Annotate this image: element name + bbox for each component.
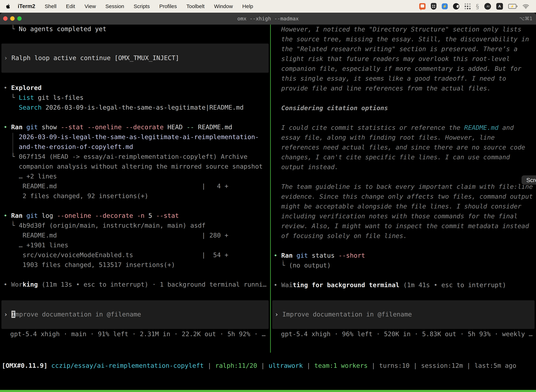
- term-line: 2026-03-09-is-legal-the-same-as-legitima…: [4, 132, 267, 142]
- term-line: and-the-erosion-of-copyleft.md: [4, 142, 267, 152]
- dots-grid-icon[interactable]: [464, 3, 471, 9]
- term-line: • Waiting for background terminal (1m 41…: [274, 280, 533, 290]
- menu-item-shell[interactable]: Shell: [40, 3, 61, 9]
- omx-status-bar: [OMX#0.11.9] cczip/essay/ai-reimplementa…: [2, 361, 516, 371]
- tmux-session-label: [omx-cczip0:bash*: [1, 390, 66, 392]
- term-line: companion analysis without altering the …: [4, 162, 267, 171]
- apple-menu[interactable]: [6, 4, 10, 9]
- term-line: … +2 lines: [4, 171, 267, 181]
- pane-divider[interactable]: [270, 25, 271, 353]
- ralph-loop-box[interactable]: › Ralph loop active continue [OMX_TMUX_I…: [1, 44, 269, 73]
- iterm2-window: omx --xhigh --madmax ⌥⌘1 └ No agents com…: [0, 13, 536, 388]
- window-title-bar: omx --xhigh --madmax ⌥⌘1: [0, 13, 536, 25]
- term-line: 1903 files changed, 513517 insertions(+): [4, 260, 267, 270]
- term-line: › Improve documentation in @filename: [4, 309, 269, 319]
- term-line: • Ran git show --stat --oneline --decora…: [4, 122, 267, 132]
- term-line: Search 2026-03-09-is-legal-the-same-as-l…: [4, 103, 267, 112]
- chat-bubble-icon[interactable]: [419, 3, 426, 9]
- menu-items: iTerm2ShellEditViewSessionScriptsProfile…: [13, 3, 258, 9]
- left-status-line: gpt-5.4 xhigh · main · 91% left · 2.31M …: [10, 329, 266, 339]
- menu-item-view[interactable]: View: [80, 3, 100, 9]
- term-line: slight risk that future readers may over…: [274, 54, 533, 64]
- term-line: README.md | 4 +: [4, 181, 267, 191]
- term-line: review. Also, I might want to inspect th…: [274, 221, 533, 231]
- tmux-host-clock: "MacBook-Pro-44.local" 04:52 31-Mar-26: [390, 390, 535, 392]
- tree-guide: [13, 133, 13, 153]
- menu-item-toolbelt[interactable]: Toolbelt: [182, 3, 209, 9]
- term-line: › Improve documentation in @filename: [275, 309, 535, 319]
- term-line: … +1901 lines: [4, 240, 267, 250]
- right-status-line: gpt-5.4 xhigh · 96% left · 520K in · 5.8…: [281, 329, 532, 339]
- term-line: this single essay, it seems like a good …: [274, 74, 533, 84]
- tree-guide: [283, 260, 283, 262]
- desktop: { "window": { "title": "omx --xhigh --ma…: [0, 0, 536, 392]
- blue-lightning-badge-icon[interactable]: ⚡: [442, 3, 448, 9]
- term-line: • Ran git log --oneline --decorate -n 5 …: [4, 211, 267, 221]
- menu-bar: iTerm2ShellEditViewSessionScriptsProfile…: [0, 0, 536, 13]
- term-line: changes, I can't cite specific file line…: [274, 152, 533, 162]
- terminal-content: └ No agents completed yet › Ralph loop a…: [0, 25, 536, 388]
- squiggle-icon[interactable]: §: [476, 3, 479, 10]
- term-line: provide file and line references from th…: [274, 84, 533, 93]
- term-line: src/voice/voiceModeEnabled.ts | 54 +: [4, 250, 267, 260]
- term-line: the source tree, missing the essay. Stil…: [274, 34, 533, 44]
- menu-item-window[interactable]: Window: [209, 3, 238, 9]
- term-line: the "Related research writing" section i…: [274, 44, 533, 54]
- term-line: 2 files changed, 92 insertions(+): [4, 191, 267, 201]
- wifi-icon[interactable]: [523, 4, 529, 9]
- term-line: › Ralph loop active continue [OMX_TMUX_I…: [4, 53, 269, 63]
- menu-item-scripts[interactable]: Scripts: [129, 3, 155, 9]
- left-prompt-input[interactable]: › Improve documentation in @filename: [1, 300, 269, 329]
- ralph-loop-line: › Ralph loop active continue [OMX_TMUX_I…: [4, 53, 269, 63]
- window-title: omx --xhigh --madmax: [0, 13, 536, 25]
- menu-item-edit[interactable]: Edit: [61, 3, 80, 9]
- right-prompt-input[interactable]: › Improve documentation in @filename: [272, 300, 535, 329]
- term-line: └ List git ls-files: [4, 93, 267, 103]
- term-line: might be acceptable alongside the file l…: [274, 201, 533, 211]
- window-shortcut-badge: ⌥⌘1: [519, 13, 532, 25]
- term-line: [4, 201, 267, 211]
- term-line: └ 4b9d30f (origin/main, instructkr/main,…: [4, 221, 267, 230]
- menu-item-profiles[interactable]: Profiles: [155, 3, 182, 9]
- left-prompt-line: › Improve documentation in @filename: [4, 309, 269, 319]
- menu-item-iterm2[interactable]: iTerm2: [13, 3, 40, 9]
- term-line: The team guideline is to back every impo…: [274, 182, 533, 191]
- badge-61-icon[interactable]: ..61: [484, 3, 491, 10]
- term-line: Considering citation options: [274, 103, 533, 113]
- menu-item-session[interactable]: Session: [100, 3, 129, 9]
- term-line: output instead.: [274, 162, 533, 172]
- dark-crescent-circle-icon[interactable]: [453, 3, 459, 9]
- term-line: [4, 270, 267, 280]
- battery-charging-icon[interactable]: ⚡: [508, 4, 517, 9]
- tree-guide: [13, 25, 13, 27]
- term-line: └ 067f154 (HEAD -> essay/ai-reimplementa…: [4, 152, 267, 162]
- term-line: essay file, along with finding root file…: [274, 133, 533, 142]
- term-line: of focusing solely on file lines.: [274, 231, 533, 241]
- menubar-status-icons: ⚡ § ..61 A ⚡: [419, 0, 529, 13]
- term-line: [4, 112, 267, 122]
- screen-sharing-pill[interactable]: Scre: [522, 175, 536, 185]
- term-line: I could cite commit statistics or refere…: [274, 123, 533, 133]
- menu-item-help[interactable]: Help: [238, 3, 258, 9]
- left-transcript: • Explored └ List git ls-files Search 20…: [4, 83, 267, 289]
- right-transcript: However, I noticed the "Directory Struct…: [274, 24, 533, 290]
- apple-icon: [6, 4, 10, 9]
- term-line: However, I noticed the "Directory Struct…: [274, 24, 533, 34]
- term-line: [274, 113, 533, 123]
- right-prompt-line: › Improve documentation in @filename: [275, 309, 535, 319]
- term-line: [OMX#0.11.9] cczip/essay/ai-reimplementa…: [2, 361, 516, 371]
- term-line: evidence. Since this change only affects…: [274, 191, 533, 201]
- agent-tree-note: └ No agents completed yet: [4, 24, 106, 34]
- term-line: README.md | 280 +: [4, 230, 267, 240]
- letter-a-icon[interactable]: A: [496, 3, 503, 10]
- term-line: including verification notes with those …: [274, 211, 533, 221]
- term-line: [274, 241, 533, 251]
- shield-grid-icon[interactable]: [431, 3, 436, 10]
- tree-guide: [13, 221, 13, 223]
- term-line: • Explored: [4, 83, 267, 93]
- term-line: └ (no output): [274, 261, 533, 270]
- term-line: [274, 270, 533, 280]
- term-line: [274, 93, 533, 103]
- term-line: • Ran git status --short: [274, 251, 533, 261]
- term-line: └ No agents completed yet: [4, 24, 106, 34]
